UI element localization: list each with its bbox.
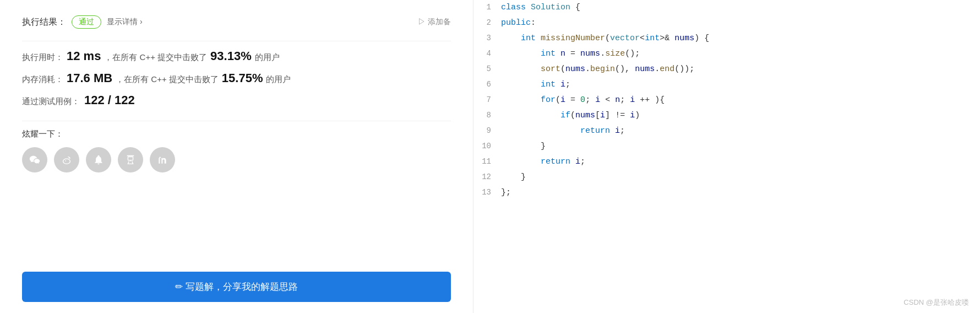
line-code: int n = nums.size(); [501,46,980,62]
table-row: 2 public: [473,15,980,31]
memory-row: 内存消耗： 17.6 MB ，在所有 C++ 提交中击败了 15.75% 的用户 [22,71,451,85]
result-label: 执行结果： [22,17,66,28]
table-row: 4 int n = nums.size(); [473,46,980,62]
right-panel: 1 class Solution { 2 public: 3 int missi… [473,0,980,313]
table-row: 10 } [473,139,980,154]
line-number: 11 [473,154,501,170]
line-code: class Solution { [501,0,980,15]
table-row: 7 for(i = 0; i < n; i ++ ){ [473,93,980,108]
table-row: 13 }; [473,185,980,201]
line-number: 6 [473,77,501,93]
table-row: 1 class Solution { [473,0,980,15]
line-code: }; [501,185,980,201]
line-number: 9 [473,123,501,139]
line-number: 12 [473,170,501,185]
test-label: 通过测试用例： [22,96,80,107]
line-number: 3 [473,31,501,46]
line-code: } [501,139,980,154]
linkedin-icon[interactable] [150,147,175,172]
exec-time-end: 的用户 [255,52,280,63]
table-row: 3 int missingNumber(vector<int>& nums) { [473,31,980,46]
weibo-icon[interactable] [54,147,79,172]
memory-label: 内存消耗： [22,74,63,85]
watermark: CSDN @是张哈皮喽 [903,298,969,307]
line-code: } [501,170,980,185]
memory-percent: 15.75% [222,71,263,85]
divider-2 [22,121,451,121]
line-code: return i; [501,154,980,170]
line-number: 4 [473,46,501,62]
show-detail-link[interactable]: 显示详情 › [107,17,143,27]
line-code: public: [501,15,980,31]
svg-rect-2 [127,155,134,156]
line-code: int i; [501,77,980,93]
table-row: 6 int i; [473,77,980,93]
table-row: 12 } [473,170,980,185]
exec-time-percent: 93.13% [210,49,252,63]
share-label: 炫耀一下： [22,129,451,139]
exec-time-row: 执行用时： 12 ms ，在所有 C++ 提交中击败了 93.13% 的用户 [22,49,451,63]
line-number: 7 [473,93,501,108]
test-case-row: 通过测试用例： 122 / 122 [22,93,451,107]
line-number: 10 [473,139,501,154]
table-row: 5 sort(nums.begin(), nums.end()); [473,62,980,77]
douban-icon[interactable] [118,147,143,172]
exec-time-label: 执行用时： [22,52,63,63]
line-code: sort(nums.begin(), nums.end()); [501,62,980,77]
table-row: 8 if(nums[i] != i) [473,108,980,123]
line-code: return i; [501,123,980,139]
social-icons-row [22,147,451,172]
result-row: 执行结果： 通过 显示详情 › ▷ 添加备 [22,15,451,29]
code-area[interactable]: 1 class Solution { 2 public: 3 int missi… [473,0,980,313]
line-number: 1 [473,0,501,15]
svg-rect-3 [128,157,133,160]
exec-time-value: 12 ms [67,49,101,63]
table-row: 11 return i; [473,154,980,170]
memory-suffix: ，在所有 C++ 提交中击败了 [116,74,219,85]
line-number: 5 [473,62,501,77]
table-row: 9 return i; [473,123,980,139]
line-number: 8 [473,108,501,123]
line-code: if(nums[i] != i) [501,108,980,123]
pass-badge: 通过 [72,15,101,29]
line-number: 2 [473,15,501,31]
wechat-icon[interactable] [22,147,47,172]
line-code: int missingNumber(vector<int>& nums) { [501,31,980,46]
line-code: for(i = 0; i < n; i ++ ){ [501,93,980,108]
test-value: 122 / 122 [84,93,135,107]
exec-time-suffix: ，在所有 C++ 提交中击败了 [104,52,207,63]
line-number: 13 [473,185,501,201]
left-panel: 执行结果： 通过 显示详情 › ▷ 添加备 执行用时： 12 ms ，在所有 C… [0,0,473,313]
svg-point-0 [63,159,70,164]
memory-value: 17.6 MB [67,71,112,85]
write-solution-button[interactable]: ✏ 写题解，分享我的解题思路 [22,272,451,302]
svg-point-1 [65,160,66,161]
divider-1 [22,41,451,41]
notification-icon[interactable] [86,147,111,172]
code-table: 1 class Solution { 2 public: 3 int missi… [473,0,980,201]
add-note-button[interactable]: ▷ 添加备 [418,17,451,27]
memory-end: 的用户 [266,74,291,85]
